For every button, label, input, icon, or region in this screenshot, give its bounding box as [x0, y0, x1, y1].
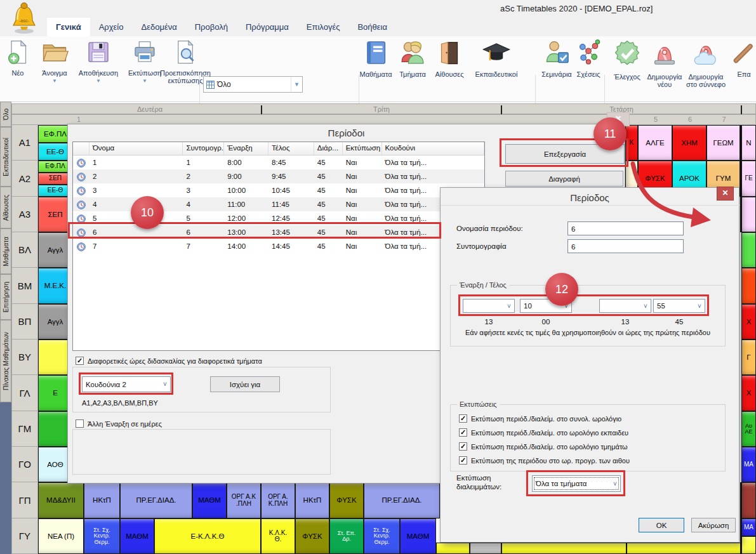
timetable-cell[interactable]: Κ.Λ.Κ. Θ.: [261, 518, 295, 554]
chevron-down-icon[interactable]: ▼: [76, 78, 121, 84]
menu-item-Προβολή[interactable]: Προβολή: [186, 18, 237, 36]
column-header[interactable]: Εκτύπωση: [343, 142, 382, 155]
toolbar-button-11[interactable]: Σχέσεις: [571, 39, 606, 78]
toolbar-button-8[interactable]: Αίθουσες: [431, 39, 468, 78]
timetable-cell[interactable]: ΦΥΣΚ: [295, 518, 329, 554]
period-name-input[interactable]: [567, 221, 684, 235]
timetable-cell[interactable]: Χ: [741, 304, 756, 340]
menu-item-Πρόγραμμα[interactable]: Πρόγραμμα: [237, 18, 298, 36]
column-header[interactable]: Τέλος: [269, 142, 314, 155]
row-header-ΒΥ[interactable]: ΒΥ: [11, 340, 38, 375]
delete-button[interactable]: Διαγραφή: [505, 171, 623, 187]
timetable-cell[interactable]: ΓΕΩΜ: [706, 125, 740, 161]
timetable-cell[interactable]: [627, 543, 741, 554]
row-header-ΒΜ[interactable]: ΒΜ: [11, 268, 38, 304]
printout-checkbox-4[interactable]: ✓Εκτύπωση της περιόδου στο ωρ. προγρ. τω…: [459, 456, 630, 465]
row-header-ΓΥ[interactable]: ΓΥ: [11, 518, 38, 554]
toolbar-button-6[interactable]: Μαθήματα: [357, 39, 395, 78]
timetable-cell[interactable]: Στ. Επ. Δρ.: [329, 518, 364, 554]
timetable-cell[interactable]: ΦΥΣΚ: [329, 482, 364, 518]
timetable-cell[interactable]: [436, 543, 470, 554]
printout-checkbox-3[interactable]: ✓Εκτύπωση περιόδ./διαλείμ. στο ωρολόγιο …: [459, 442, 628, 451]
timetable-cell[interactable]: ΠΡ.ΕΓ.ΔΙΑΔ.: [364, 482, 440, 518]
menu-item-Βοήθεια[interactable]: Βοήθεια: [348, 18, 396, 36]
column-header[interactable]: Συντομογρ...: [183, 142, 224, 155]
row-header-Α2[interactable]: Α2: [11, 161, 38, 197]
chevron-down-icon[interactable]: ▼: [36, 78, 74, 84]
checkbox-unchecked-icon[interactable]: [76, 419, 84, 428]
checkbox-checked-icon[interactable]: ✓: [459, 414, 467, 423]
column-header[interactable]: Έναρξη: [224, 142, 269, 155]
timetable-cell[interactable]: ΟΡΓ Α. Κ.ΠΛΗ: [261, 482, 295, 518]
sidebar-tab-Αίθουσες[interactable]: Αίθουσες: [0, 187, 11, 228]
row-header-ΓΜ[interactable]: ΓΜ: [11, 411, 38, 447]
cancel-button[interactable]: Ακύρωση: [691, 518, 736, 532]
row-header-ΒΛ[interactable]: ΒΛ: [11, 232, 38, 268]
checkbox-checked-icon[interactable]: ✓: [459, 456, 467, 465]
timetable-cell[interactable]: [741, 232, 756, 268]
toolbar-button-14[interactable]: Δημιουργία στο σύννεφο: [679, 39, 733, 88]
table-row-period-3[interactable]: 3310:0010:4545ΝαιΌλα τα τμή...: [73, 183, 484, 197]
asc-bell-icon[interactable]: -asc-: [10, 1, 38, 34]
close-icon[interactable]: ✕: [717, 187, 734, 201]
timetable-cell[interactable]: Στ. Σχ. Κεντρ. Θερμ.: [84, 518, 120, 554]
chevron-down-icon[interactable]: ▼: [291, 77, 302, 92]
menu-item-Επιλογές[interactable]: Επιλογές: [298, 18, 349, 36]
toolbar-button-9[interactable]: Εκπαιδευτικοί: [468, 39, 525, 78]
toolbar-button-7[interactable]: Τμήματα: [395, 39, 430, 78]
row-header-ΒΠ[interactable]: ΒΠ: [11, 304, 38, 340]
timetable-cell[interactable]: [501, 543, 627, 554]
row-header-ΓΟ[interactable]: ΓΟ: [11, 447, 38, 482]
timetable-cell[interactable]: ΝΕΑ (Π): [38, 518, 84, 554]
menu-item-Δεδομένα[interactable]: Δεδομένα: [132, 18, 185, 36]
toolbar-button-3[interactable]: Αποθήκευση▼: [76, 39, 121, 84]
toolbar-button-15[interactable]: Επα: [730, 39, 756, 78]
toolbar-button-2[interactable]: Άνοιγμα▼: [36, 39, 74, 84]
menu-item-Αρχείο[interactable]: Αρχείο: [90, 18, 133, 36]
ok-button[interactable]: OK: [639, 518, 684, 532]
checkbox-checked-icon[interactable]: ✓: [76, 357, 84, 365]
table-row-period-2[interactable]: 229:009:4545ΝαιΌλα τα τμή...: [73, 169, 484, 183]
timetable-cell[interactable]: ΗΚτΠ: [295, 482, 329, 518]
timetable-cell[interactable]: ΑΛΓΕ: [638, 125, 672, 161]
sidebar-tab-Επιτήρηση[interactable]: Επιτήρηση: [0, 274, 11, 320]
timetable-cell[interactable]: Αυ ΑΕ: [741, 411, 756, 447]
checkbox-checked-icon[interactable]: ✓: [459, 442, 467, 451]
timetable-cell[interactable]: Χ: [741, 375, 756, 411]
sidebar-tab-Εκπαιδευτικοί[interactable]: Εκπαιδευτικοί: [0, 127, 11, 187]
column-header[interactable]: Διάρ...: [314, 142, 343, 155]
row-header-ΓΛ[interactable]: ΓΛ: [11, 375, 38, 411]
timetable-cell[interactable]: ΟΡΓ Α.Κ .ΠΛΗ: [227, 482, 261, 518]
column-header[interactable]: [73, 142, 90, 155]
timetable-cell[interactable]: ΗΚτΠ: [84, 482, 120, 518]
sidebar-tab-Μαθήματα[interactable]: Μαθήματα: [0, 228, 11, 274]
table-row-period-7[interactable]: 7714:0014:4545ΝαιΌλα τα τμή...: [73, 239, 484, 253]
timetable-cell[interactable]: ΧΗΜ: [672, 125, 706, 161]
applies-to-button[interactable]: Ισχύει για: [210, 376, 280, 392]
timetable-cell[interactable]: [741, 268, 756, 304]
timetable-cell[interactable]: Γ: [741, 340, 756, 375]
other-start-checkbox[interactable]: Άλλη Έναρξη σε ημέρες: [76, 419, 162, 428]
timetable-cell[interactable]: Ε-Κ.Λ.Κ.Θ: [154, 518, 261, 554]
timetable-cell[interactable]: ΠΡ.ΕΓ.ΔΙΑΔ.: [120, 482, 192, 518]
timetable-cell[interactable]: [741, 482, 756, 518]
timetable-cell[interactable]: ΜΑΘΜ: [400, 518, 436, 554]
toolbar-button-5[interactable]: Προεπισκόπηση εκτύπωσης: [150, 39, 221, 84]
toolbar-button-1[interactable]: Νέο: [4, 39, 32, 77]
toolbar-button-12[interactable]: Έλεγχος: [607, 39, 647, 81]
timetable-cell[interactable]: ΜΑ: [741, 518, 756, 536]
column-header[interactable]: Όνομα: [90, 142, 183, 155]
row-header-Α1[interactable]: Α1: [11, 125, 38, 161]
different-hours-checkbox[interactable]: ✓ Διαφορετικές ώρες διδασκαλίας για διαφ…: [76, 357, 262, 365]
printout-checkbox-2[interactable]: ✓Εκτύπωση περιόδ./διαλείμ. στο ωρολόγιο …: [459, 428, 628, 437]
sidebar-tab-Όλο[interactable]: Όλο: [0, 102, 11, 127]
timetable-cell[interactable]: Ν: [741, 125, 756, 161]
column-header[interactable]: Κουδούνι: [382, 142, 484, 155]
timetable-cell[interactable]: ΜΔ&ΔΥΙΙ: [38, 482, 84, 518]
timetable-cell[interactable]: ΜΑ: [741, 447, 756, 482]
timetable-cell[interactable]: [470, 543, 501, 554]
timetable-cell[interactable]: [741, 536, 756, 554]
sidebar-tab-Πίνακας Μαθημάτων[interactable]: Πίνακας Μαθημάτων: [0, 320, 11, 402]
timetable-cell[interactable]: [741, 197, 756, 232]
row-header-ΓΠ[interactable]: ΓΠ: [11, 482, 38, 518]
